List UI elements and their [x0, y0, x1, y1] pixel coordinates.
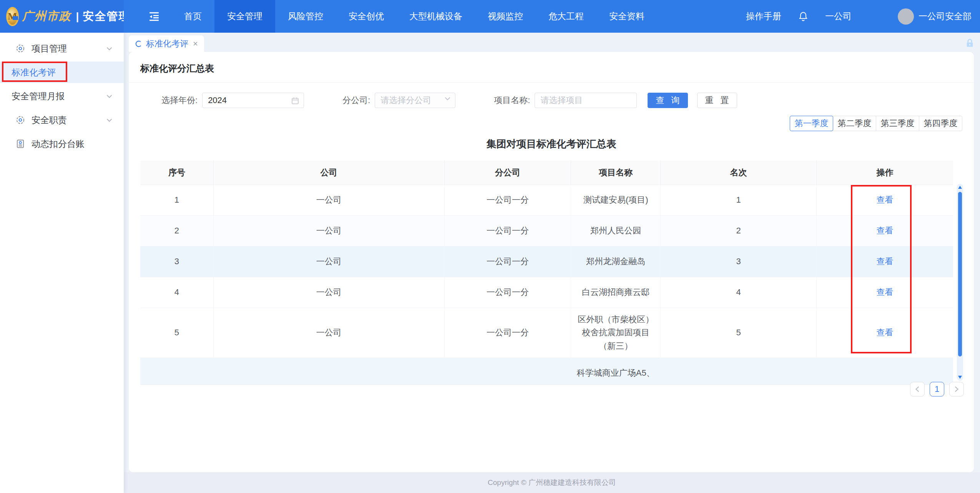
col-header-branch: 分公司: [444, 161, 571, 185]
chevron-down-icon: [106, 47, 112, 50]
year-input[interactable]: [203, 93, 283, 107]
header-right: 操作手册 一公司 一公司安全部: [746, 8, 980, 25]
heading-divider: [129, 82, 974, 83]
quarter-3-button[interactable]: 第三季度: [876, 116, 919, 131]
cell-index: 2: [140, 216, 213, 246]
manual-link[interactable]: 操作手册: [746, 10, 781, 22]
col-header-project: 项目名称: [571, 161, 661, 185]
table-body-scroll-area[interactable]: 1 一公司 一公司一分 测试建安易(项目) 1 查看 2 一公司 一公司一分 郑…: [140, 185, 962, 385]
sidebar-item-label: 项目管理: [32, 43, 67, 55]
user-menu[interactable]: 一公司安全部: [898, 8, 972, 25]
cell-index: 4: [140, 277, 213, 308]
year-picker[interactable]: [202, 93, 304, 108]
sidebar-item-safety-responsibility[interactable]: 安全职责: [0, 109, 124, 131]
chevron-down-icon: [106, 95, 112, 98]
brand-area: M 广州市政 | 安全管理系统: [0, 0, 124, 33]
branch-select-placeholder: 请选择分公司: [380, 95, 431, 106]
reset-button[interactable]: 重 置: [697, 93, 737, 108]
sidebar-item-monthly-safety-report[interactable]: 安全管理月报: [0, 85, 124, 107]
quarter-4-button[interactable]: 第四季度: [919, 116, 962, 131]
sidebar-item-dynamic-deduction-ledger[interactable]: 动态扣分台账: [0, 133, 124, 155]
nav-item-home[interactable]: 首页: [171, 0, 214, 33]
sidebar-item-label: 动态扣分台账: [32, 138, 85, 150]
brand-divider: |: [76, 10, 79, 23]
chevron-down-icon: [106, 118, 112, 122]
view-link[interactable]: 查看: [877, 195, 894, 205]
cell-company: 一公司: [213, 185, 444, 216]
cell-project: 科学城商业广场A5、: [571, 358, 661, 385]
cell-project: 郑州龙湖金融岛: [571, 246, 661, 277]
brand-title-cn: 广州市政: [22, 8, 71, 24]
view-link[interactable]: 查看: [877, 328, 894, 337]
reload-icon[interactable]: [135, 40, 143, 48]
table-row: 5 一公司 一公司一分 区外职（市柴校区）校舍抗震加固项目（新三） 5 查看: [140, 308, 953, 358]
sidebar-item-project-management[interactable]: 项目管理: [0, 38, 124, 59]
cell-index: 1: [140, 185, 213, 216]
quarter-2-button[interactable]: 第二季度: [833, 116, 876, 131]
prev-page-button[interactable]: [910, 382, 925, 396]
page-1-button[interactable]: 1: [930, 382, 944, 396]
sidebar-item-standardization-review[interactable]: 标准化考评: [0, 62, 124, 83]
project-name-input[interactable]: [535, 93, 636, 107]
close-icon[interactable]: ×: [193, 40, 198, 48]
cell-index: 3: [140, 246, 213, 277]
app-header: M 广州市政 | 安全管理系统 首页 安全管理 风险管控 安全创优 大型机械设备…: [0, 0, 980, 33]
avatar: [898, 8, 914, 25]
top-nav: 首页 安全管理 风险管控 安全创优 大型机械设备 视频监控 危大工程 安全资料 …: [124, 0, 980, 33]
lock-icon[interactable]: [965, 38, 975, 49]
cell-index: 5: [140, 308, 213, 358]
col-header-actions: 操作: [817, 161, 953, 185]
cell-company: 一公司: [213, 216, 444, 246]
table-row: 1 一公司 一公司一分 测试建安易(项目) 1 查看: [140, 185, 953, 216]
cell-project: 白云湖招商雍云邸: [571, 277, 661, 308]
view-link[interactable]: 查看: [877, 226, 894, 235]
sidebar-item-label: 安全管理月报: [12, 90, 65, 102]
menu-fold-icon[interactable]: [148, 12, 160, 22]
calendar-icon: [291, 97, 299, 105]
search-button[interactable]: 查 询: [648, 93, 688, 108]
branch-select[interactable]: 请选择分公司: [375, 93, 455, 108]
cell-branch: 一公司一分: [444, 308, 571, 358]
cell-rank: 2: [661, 216, 817, 246]
view-link[interactable]: 查看: [877, 287, 894, 297]
nav-item-safety-documents[interactable]: 安全资料: [596, 0, 657, 33]
nav-item-safety-management[interactable]: 安全管理: [214, 0, 275, 33]
nav-item-safety-excellence[interactable]: 安全创优: [336, 0, 397, 33]
tab-standardization-review[interactable]: 标准化考评 ×: [129, 35, 204, 52]
scroll-down-arrow-icon[interactable]: [958, 376, 962, 379]
quarter-1-button[interactable]: 第一季度: [790, 116, 833, 131]
cell-rank: 3: [661, 246, 817, 277]
view-link[interactable]: 查看: [877, 256, 894, 266]
col-header-rank: 名次: [661, 161, 817, 185]
nav-item-dangerous-projects[interactable]: 危大工程: [536, 0, 596, 33]
filter-bar: 选择年份: 分公司: 请选择分公司 项目名称: 查 询 重 置: [140, 93, 962, 108]
cell-branch: 一公司一分: [444, 277, 571, 308]
cell-project: 区外职（市柴校区）校舍抗震加固项目（新三）: [571, 308, 661, 358]
tab-label: 标准化考评: [146, 38, 188, 50]
scroll-up-arrow-icon[interactable]: [958, 186, 962, 189]
table-row: 4 一公司 一公司一分 白云湖招商雍云邸 4 查看: [140, 277, 953, 308]
scrollbar-thumb[interactable]: [958, 192, 962, 356]
table-header: 序号 公司 分公司 项目名称 名次 操作: [140, 161, 953, 185]
company-switcher[interactable]: 一公司: [825, 10, 852, 22]
cell-project: 郑州人民公园: [571, 216, 661, 246]
gear-icon: [15, 115, 25, 125]
cell-rank: 4: [661, 277, 817, 308]
sidebar: 项目管理 标准化考评 安全管理月报 安全职责 动态扣分台账: [0, 33, 124, 493]
page-title: 标准化评分汇总表: [140, 52, 962, 75]
year-label: 选择年份:: [161, 95, 198, 106]
nav-item-large-machinery[interactable]: 大型机械设备: [397, 0, 475, 33]
table-row: 3 一公司 一公司一分 郑州龙湖金融岛 3 查看: [140, 246, 953, 277]
branch-label: 分公司:: [342, 95, 370, 106]
nav-item-video-monitoring[interactable]: 视频监控: [475, 0, 536, 33]
tab-strip: 标准化考评 ×: [124, 33, 980, 52]
nav-item-risk-control[interactable]: 风险管控: [275, 0, 336, 33]
cell-company: [213, 358, 444, 385]
notification-bell-icon[interactable]: [798, 11, 808, 22]
brand-logo-letter: M: [8, 11, 17, 22]
next-page-button[interactable]: [949, 382, 964, 396]
brand-logo-icon: M: [6, 7, 19, 26]
table-scrollbar[interactable]: [957, 184, 963, 381]
project-name-field[interactable]: [535, 93, 637, 108]
gear-icon: [15, 43, 25, 53]
